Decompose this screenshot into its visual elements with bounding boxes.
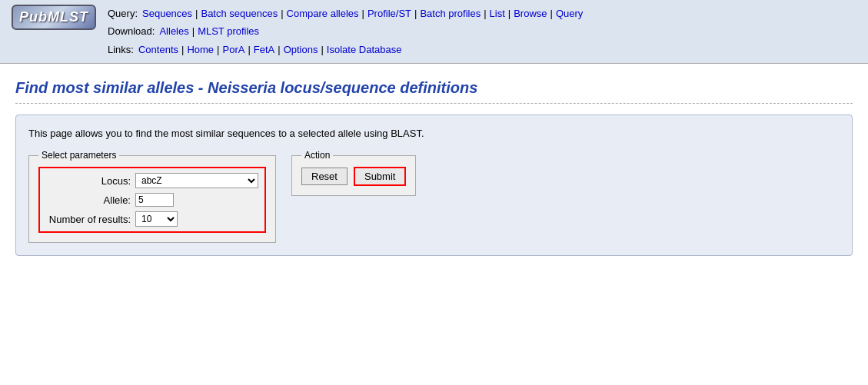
locus-row: Locus: abcZ	[46, 173, 258, 188]
nav-pora[interactable]: PorA	[222, 41, 244, 58]
action-fieldset: Action Reset Submit	[291, 150, 416, 196]
locus-label: Locus:	[46, 175, 131, 187]
nav-profile-st[interactable]: Profile/ST	[367, 5, 411, 22]
allele-label: Allele:	[46, 194, 131, 206]
download-row: Download: Alleles | MLST profiles	[108, 22, 860, 40]
params-legend: Select parameters	[38, 150, 119, 161]
reset-button[interactable]: Reset	[301, 168, 348, 185]
nav-area: Query: Sequences | Batch sequences | Com…	[108, 5, 860, 58]
pubmlst-logo: PubMLST	[12, 5, 96, 30]
submit-button[interactable]: Submit	[354, 167, 406, 186]
nav-contents[interactable]: Contents	[138, 41, 178, 58]
download-label: Download:	[108, 22, 155, 40]
main-content: Find most similar alleles - Neisseria lo…	[0, 64, 868, 264]
form-outer: Select parameters Locus: abcZ Allele: Nu…	[28, 150, 840, 243]
nav-batch-sequences[interactable]: Batch sequences	[201, 5, 278, 22]
nav-mlst-profiles[interactable]: MLST profiles	[198, 22, 259, 40]
allele-row: Allele:	[46, 193, 258, 207]
nav-sequences[interactable]: Sequences	[142, 5, 192, 22]
nav-feta[interactable]: FetA	[254, 41, 274, 58]
action-buttons: Reset Submit	[301, 167, 406, 186]
nav-batch-profiles[interactable]: Batch profiles	[420, 5, 481, 22]
locus-select[interactable]: abcZ	[135, 173, 258, 188]
params-red-border: Locus: abcZ Allele: Number of results: 1…	[38, 167, 266, 233]
action-legend: Action	[301, 150, 333, 161]
allele-input[interactable]	[135, 193, 174, 207]
nav-query[interactable]: Query	[556, 5, 583, 22]
nav-compare-alleles[interactable]: Compare alleles	[287, 5, 359, 22]
nav-home[interactable]: Home	[187, 41, 214, 58]
nav-alleles[interactable]: Alleles	[159, 22, 188, 40]
logo-text: PubMLST	[19, 9, 88, 25]
results-label: Number of results:	[46, 214, 131, 225]
links-label: Links:	[108, 41, 134, 58]
results-row: Number of results: 102050100	[46, 211, 258, 227]
query-label: Query:	[108, 5, 138, 22]
content-box: This page allows you to find the most si…	[15, 115, 853, 256]
nav-browse[interactable]: Browse	[514, 5, 547, 22]
links-row: Links: Contents | Home | PorA | FetA | O…	[108, 41, 860, 58]
results-select[interactable]: 102050100	[135, 211, 178, 227]
header: PubMLST Query: Sequences | Batch sequenc…	[0, 0, 868, 64]
params-fieldset: Select parameters Locus: abcZ Allele: Nu…	[28, 150, 276, 243]
query-row: Query: Sequences | Batch sequences | Com…	[108, 5, 860, 22]
logo-area: PubMLST	[8, 5, 100, 30]
nav-isolate-database[interactable]: Isolate Database	[327, 41, 402, 58]
page-title: Find most similar alleles - Neisseria lo…	[15, 79, 853, 104]
nav-options[interactable]: Options	[284, 41, 318, 58]
description-text: This page allows you to find the most si…	[28, 128, 840, 139]
nav-list[interactable]: List	[490, 5, 505, 22]
